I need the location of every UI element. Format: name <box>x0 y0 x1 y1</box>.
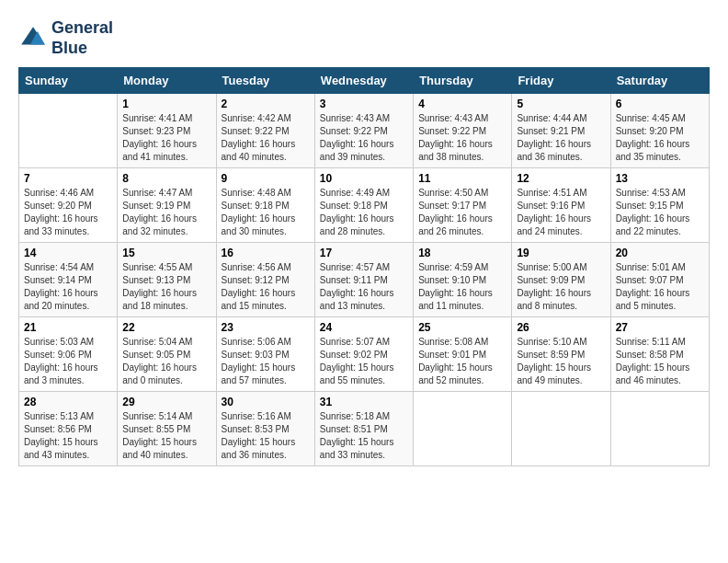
column-header-monday: Monday <box>118 68 216 94</box>
day-number: 1 <box>122 98 210 110</box>
day-info: Sunrise: 4:50 AMSunset: 9:17 PMDaylight:… <box>418 187 506 238</box>
day-info: Sunrise: 4:55 AMSunset: 9:13 PMDaylight:… <box>122 261 210 313</box>
day-cell: 24 Sunrise: 5:07 AMSunset: 9:02 PMDaylig… <box>314 317 413 392</box>
day-cell: 17 Sunrise: 4:57 AMSunset: 9:11 PMDaylig… <box>314 243 413 317</box>
day-cell: 8 Sunrise: 4:47 AMSunset: 9:19 PMDayligh… <box>118 168 216 243</box>
day-number: 27 <box>616 321 704 334</box>
day-number: 25 <box>418 321 506 334</box>
day-cell: 21 Sunrise: 5:03 AMSunset: 9:06 PMDaylig… <box>19 317 118 392</box>
day-number: 12 <box>517 172 605 185</box>
day-info: Sunrise: 4:47 AMSunset: 9:19 PMDaylight:… <box>122 187 210 238</box>
day-cell: 20 Sunrise: 5:01 AMSunset: 9:07 PMDaylig… <box>610 243 709 317</box>
day-info: Sunrise: 4:43 AMSunset: 9:22 PMDaylight:… <box>418 112 506 164</box>
day-info: Sunrise: 5:14 AMSunset: 8:55 PMDaylight:… <box>122 410 210 462</box>
day-cell: 16 Sunrise: 4:56 AMSunset: 9:12 PMDaylig… <box>216 243 314 317</box>
day-cell: 7 Sunrise: 4:46 AMSunset: 9:20 PMDayligh… <box>19 168 118 243</box>
day-number: 9 <box>222 172 310 185</box>
day-info: Sunrise: 5:01 AMSunset: 9:07 PMDaylight:… <box>616 261 704 313</box>
day-info: Sunrise: 5:04 AMSunset: 9:05 PMDaylight:… <box>122 336 210 387</box>
day-cell <box>414 392 512 466</box>
day-cell <box>19 94 118 168</box>
logo-icon <box>18 24 48 53</box>
day-info: Sunrise: 5:06 AMSunset: 9:03 PMDaylight:… <box>222 336 310 387</box>
day-cell: 6 Sunrise: 4:45 AMSunset: 9:20 PMDayligh… <box>610 94 709 168</box>
day-cell: 5 Sunrise: 4:44 AMSunset: 9:21 PMDayligh… <box>512 94 610 168</box>
header-row: SundayMondayTuesdayWednesdayThursdayFrid… <box>19 68 710 94</box>
day-number: 31 <box>320 396 408 408</box>
day-info: Sunrise: 4:53 AMSunset: 9:15 PMDaylight:… <box>616 187 704 238</box>
day-info: Sunrise: 4:54 AMSunset: 9:14 PMDaylight:… <box>24 261 112 313</box>
day-cell: 29 Sunrise: 5:14 AMSunset: 8:55 PMDaylig… <box>118 392 216 466</box>
day-cell: 23 Sunrise: 5:06 AMSunset: 9:03 PMDaylig… <box>216 317 314 392</box>
column-header-saturday: Saturday <box>610 68 709 94</box>
day-cell: 1 Sunrise: 4:41 AMSunset: 9:23 PMDayligh… <box>118 94 216 168</box>
day-cell: 10 Sunrise: 4:49 AMSunset: 9:18 PMDaylig… <box>314 168 413 243</box>
day-number: 5 <box>517 98 605 110</box>
day-info: Sunrise: 4:57 AMSunset: 9:11 PMDaylight:… <box>320 261 408 313</box>
day-number: 24 <box>320 321 408 334</box>
day-number: 6 <box>616 98 704 110</box>
day-info: Sunrise: 4:59 AMSunset: 9:10 PMDaylight:… <box>418 261 506 313</box>
day-info: Sunrise: 4:48 AMSunset: 9:18 PMDaylight:… <box>222 187 310 238</box>
day-number: 23 <box>222 321 310 334</box>
day-number: 16 <box>222 247 310 259</box>
day-info: Sunrise: 5:00 AMSunset: 9:09 PMDaylight:… <box>517 261 605 313</box>
week-row-5: 28 Sunrise: 5:13 AMSunset: 8:56 PMDaylig… <box>19 392 710 466</box>
day-cell: 31 Sunrise: 5:18 AMSunset: 8:51 PMDaylig… <box>314 392 413 466</box>
day-number: 26 <box>517 321 605 334</box>
day-cell <box>512 392 610 466</box>
column-header-thursday: Thursday <box>414 68 512 94</box>
day-cell: 12 Sunrise: 4:51 AMSunset: 9:16 PMDaylig… <box>512 168 610 243</box>
column-header-wednesday: Wednesday <box>314 68 413 94</box>
day-number: 20 <box>616 247 704 259</box>
day-cell: 28 Sunrise: 5:13 AMSunset: 8:56 PMDaylig… <box>19 392 118 466</box>
day-info: Sunrise: 5:13 AMSunset: 8:56 PMDaylight:… <box>24 410 112 462</box>
day-number: 22 <box>122 321 210 334</box>
day-number: 19 <box>517 247 605 259</box>
day-number: 13 <box>616 172 704 185</box>
day-cell: 25 Sunrise: 5:08 AMSunset: 9:01 PMDaylig… <box>414 317 512 392</box>
day-number: 11 <box>418 172 506 185</box>
day-cell: 14 Sunrise: 4:54 AMSunset: 9:14 PMDaylig… <box>19 243 118 317</box>
day-number: 29 <box>122 396 210 408</box>
day-number: 17 <box>320 247 408 259</box>
day-cell <box>610 392 709 466</box>
day-number: 10 <box>320 172 408 185</box>
day-info: Sunrise: 4:49 AMSunset: 9:18 PMDaylight:… <box>320 187 408 238</box>
column-header-sunday: Sunday <box>19 68 118 94</box>
week-row-1: 1 Sunrise: 4:41 AMSunset: 9:23 PMDayligh… <box>19 94 710 168</box>
day-info: Sunrise: 5:16 AMSunset: 8:53 PMDaylight:… <box>222 410 310 462</box>
calendar-table: SundayMondayTuesdayWednesdayThursdayFrid… <box>18 67 710 466</box>
day-info: Sunrise: 4:43 AMSunset: 9:22 PMDaylight:… <box>320 112 408 164</box>
day-number: 3 <box>320 98 408 110</box>
day-cell: 2 Sunrise: 4:42 AMSunset: 9:22 PMDayligh… <box>216 94 314 168</box>
day-cell: 26 Sunrise: 5:10 AMSunset: 8:59 PMDaylig… <box>512 317 610 392</box>
day-info: Sunrise: 4:42 AMSunset: 9:22 PMDaylight:… <box>222 112 310 164</box>
day-info: Sunrise: 4:46 AMSunset: 9:20 PMDaylight:… <box>24 187 112 238</box>
day-cell: 9 Sunrise: 4:48 AMSunset: 9:18 PMDayligh… <box>216 168 314 243</box>
day-cell: 4 Sunrise: 4:43 AMSunset: 9:22 PMDayligh… <box>414 94 512 168</box>
column-header-friday: Friday <box>512 68 610 94</box>
column-header-tuesday: Tuesday <box>216 68 314 94</box>
day-number: 30 <box>222 396 310 408</box>
day-number: 4 <box>418 98 506 110</box>
day-info: Sunrise: 4:56 AMSunset: 9:12 PMDaylight:… <box>222 261 310 313</box>
logo: General Blue <box>18 18 113 58</box>
day-cell: 19 Sunrise: 5:00 AMSunset: 9:09 PMDaylig… <box>512 243 610 317</box>
day-cell: 22 Sunrise: 5:04 AMSunset: 9:05 PMDaylig… <box>118 317 216 392</box>
week-row-2: 7 Sunrise: 4:46 AMSunset: 9:20 PMDayligh… <box>19 168 710 243</box>
day-number: 14 <box>24 247 112 259</box>
day-number: 18 <box>418 247 506 259</box>
day-info: Sunrise: 4:41 AMSunset: 9:23 PMDaylight:… <box>122 112 210 164</box>
day-info: Sunrise: 5:18 AMSunset: 8:51 PMDaylight:… <box>320 410 408 462</box>
day-info: Sunrise: 5:08 AMSunset: 9:01 PMDaylight:… <box>418 336 506 387</box>
day-number: 8 <box>122 172 210 185</box>
day-info: Sunrise: 4:45 AMSunset: 9:20 PMDaylight:… <box>616 112 704 164</box>
day-cell: 30 Sunrise: 5:16 AMSunset: 8:53 PMDaylig… <box>216 392 314 466</box>
day-number: 28 <box>24 396 112 408</box>
day-info: Sunrise: 5:10 AMSunset: 8:59 PMDaylight:… <box>517 336 605 387</box>
logo-text: General Blue <box>51 18 113 58</box>
week-row-4: 21 Sunrise: 5:03 AMSunset: 9:06 PMDaylig… <box>19 317 710 392</box>
day-info: Sunrise: 4:51 AMSunset: 9:16 PMDaylight:… <box>517 187 605 238</box>
day-cell: 18 Sunrise: 4:59 AMSunset: 9:10 PMDaylig… <box>414 243 512 317</box>
